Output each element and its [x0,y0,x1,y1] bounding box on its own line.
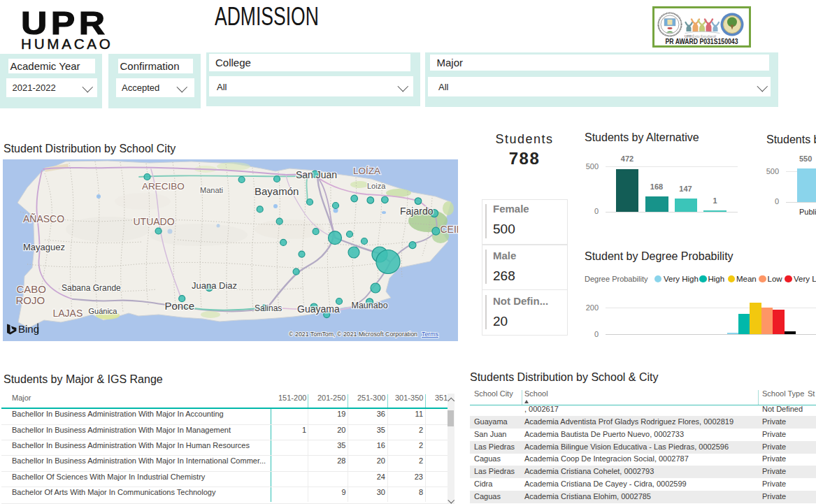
svg-text:LOÍZA: LOÍZA [353,166,380,176]
svg-text:Bing: Bing [18,323,39,335]
svg-text:Bayamón: Bayamón [255,185,299,197]
svg-text:Guayama: Guayama [297,303,340,315]
svg-text:CEIBA: CEIBA [441,224,459,235]
svg-text:PR AWARD P031S150043: PR AWARD P031S150043 [666,38,738,45]
svg-text:CABO: CABO [17,283,47,295]
svg-text:Juana Diaz: Juana Diaz [192,280,237,291]
svg-text:Loiza: Loiza [367,182,386,190]
svg-text:ROJO: ROJO [16,294,45,306]
svg-text:AÑASCO: AÑASCO [23,213,64,224]
svg-text:Sabana Grande: Sabana Grande [62,283,121,293]
svg-text:UTUADO: UTUADO [134,216,175,227]
svg-text:© 2021 TomTom, © 2021 Microsof: © 2021 TomTom, © 2021 Microsoft Corporat… [289,331,417,338]
svg-text:Terms: Terms [422,331,439,338]
svg-text:Manati: Manati [200,186,223,194]
svg-text:ARECIBO: ARECIBO [142,181,185,192]
svg-text:Ponce: Ponce [165,300,195,312]
svg-text:LAJAS: LAJAS [53,308,83,319]
svg-text:Fajardo: Fajardo [400,206,434,217]
svg-text:Mayaguez: Mayaguez [23,242,65,252]
svg-text:Salinas: Salinas [255,303,282,313]
svg-text:Guánica: Guánica [89,307,118,315]
svg-text:Maunabo: Maunabo [352,301,388,310]
svg-text:San Juan: San Juan [296,169,337,180]
